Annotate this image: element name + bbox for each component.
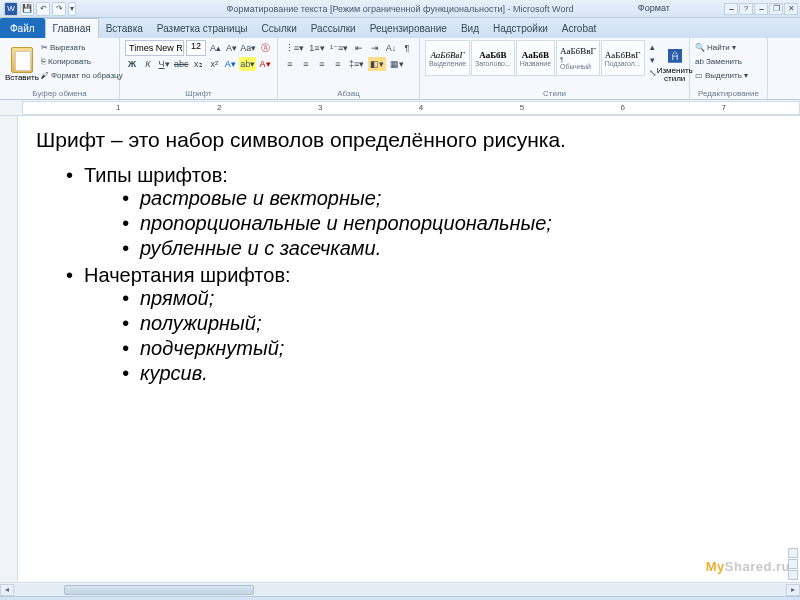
list-item: курсив. — [122, 362, 782, 385]
find-button[interactable]: 🔍Найти▾ — [695, 40, 762, 54]
save-button[interactable]: 💾 — [20, 2, 34, 16]
style-subtitle[interactable]: АаБбВвГПодзагол... — [601, 40, 645, 76]
restore-button[interactable]: ❐ — [769, 3, 783, 15]
window-buttons: ‒ ? ‒ ❐ ✕ — [724, 3, 800, 15]
ribbon: Вставить ✂Вырезать ⎘Копировать 🖌Формат п… — [0, 38, 800, 100]
select-button[interactable]: ▭Выделить▾ — [695, 68, 762, 82]
subscript-button[interactable]: x₂ — [191, 57, 205, 71]
scroll-left-button[interactable]: ◂ — [0, 584, 14, 596]
style-heading[interactable]: АаБбВЗаголово... — [471, 40, 515, 76]
change-case-button[interactable]: Aa▾ — [240, 41, 256, 55]
group-styles-label: Стили — [420, 89, 689, 98]
group-styles: АаБбВвГВыделение АаБбВЗаголово... АаБбВН… — [420, 38, 690, 99]
align-center-button[interactable]: ≡ — [299, 57, 313, 71]
tab-file[interactable]: Файл — [0, 18, 45, 38]
numbering-button[interactable]: 1≡▾ — [308, 41, 327, 55]
redo-button[interactable]: ↷ — [52, 2, 66, 16]
help-button[interactable]: ? — [739, 3, 753, 15]
tab-mailings[interactable]: Рассылки — [304, 18, 363, 38]
font-name-combo[interactable]: Times New Ro — [125, 40, 184, 56]
style-normal[interactable]: АаБбВвГ¶ Обычный — [556, 40, 600, 76]
group-font-label: Шрифт — [120, 89, 277, 98]
style-emphasis[interactable]: АаБбВвГВыделение — [425, 40, 470, 76]
replace-button[interactable]: abЗаменить — [695, 54, 762, 68]
decrease-indent-button[interactable]: ⇤ — [352, 41, 366, 55]
font-size-combo[interactable]: 12 — [186, 40, 207, 56]
group-editing: 🔍Найти▾ abЗаменить ▭Выделить▾ Редактиров… — [690, 38, 768, 99]
tab-format-context[interactable]: Формат — [628, 0, 680, 18]
document-area: Шрифт – это набор символов определённого… — [0, 116, 800, 582]
scissors-icon: ✂ — [41, 43, 48, 52]
tab-insert[interactable]: Вставка — [99, 18, 150, 38]
sort-button[interactable]: A↓ — [384, 41, 398, 55]
paste-button[interactable]: Вставить — [5, 40, 39, 88]
list-item: пропорциональные и непропорциональные; — [122, 212, 782, 235]
text-effects-button[interactable]: A▾ — [223, 57, 237, 71]
tab-review[interactable]: Рецензирование — [363, 18, 454, 38]
tab-home[interactable]: Главная — [45, 18, 99, 38]
close-button[interactable]: ✕ — [784, 3, 798, 15]
scroll-track[interactable] — [14, 584, 786, 596]
font-color-button[interactable]: A▾ — [258, 57, 272, 71]
undo-button[interactable]: ↶ — [36, 2, 50, 16]
justify-button[interactable]: ≡ — [331, 57, 345, 71]
word-icon: W — [4, 2, 18, 16]
list-item: рубленные и с засечками. — [122, 237, 782, 260]
minimize-ribbon-button[interactable]: ‒ — [724, 3, 738, 15]
tab-view[interactable]: Вид — [454, 18, 486, 38]
shrink-font-button[interactable]: A▾ — [224, 41, 238, 55]
copy-button[interactable]: ⎘Копировать — [41, 54, 123, 68]
clear-formatting-button[interactable]: Ⓐ — [258, 41, 272, 55]
superscript-button[interactable]: x² — [207, 57, 221, 71]
tab-references[interactable]: Ссылки — [255, 18, 304, 38]
line-spacing-button[interactable]: ‡≡▾ — [347, 57, 366, 71]
scroll-thumb[interactable] — [64, 585, 254, 595]
strikethrough-button[interactable]: abc — [173, 57, 189, 71]
find-icon: 🔍 — [695, 43, 705, 52]
grow-font-button[interactable]: A▴ — [208, 41, 222, 55]
scroll-right-button[interactable]: ▸ — [786, 584, 800, 596]
multilevel-button[interactable]: ¹⁻≡▾ — [328, 41, 350, 55]
format-painter-button[interactable]: 🖌Формат по образцу — [41, 68, 123, 82]
watermark: MyShared.ru — [706, 559, 790, 574]
bold-button[interactable]: Ж — [125, 57, 139, 71]
group-clipboard: Вставить ✂Вырезать ⎘Копировать 🖌Формат п… — [0, 38, 120, 99]
replace-icon: ab — [695, 57, 704, 66]
list-item: Начертания шрифтов: прямой; полужирный; … — [66, 264, 782, 385]
document-page[interactable]: Шрифт – это набор символов определённого… — [18, 116, 800, 582]
window-title: Форматирование текста [Режим ограниченно… — [227, 4, 574, 14]
underline-button[interactable]: Ч▾ — [157, 57, 171, 71]
vertical-ruler[interactable] — [0, 116, 18, 582]
status-bar: Страница: 2 из 4 Число слов: 748 русский… — [0, 596, 800, 600]
change-styles-icon: 🅰 — [665, 46, 685, 66]
minimize-button[interactable]: ‒ — [754, 3, 768, 15]
contextual-tab-group: Работа с рисунками Формат — [608, 0, 700, 20]
highlight-button[interactable]: ab▾ — [239, 57, 256, 71]
increase-indent-button[interactable]: ⇥ — [368, 41, 382, 55]
qat-more-button[interactable]: ▾ — [68, 2, 76, 16]
tab-addins[interactable]: Надстройки — [486, 18, 555, 38]
align-right-button[interactable]: ≡ — [315, 57, 329, 71]
align-left-button[interactable]: ≡ — [283, 57, 297, 71]
group-font: Times New Ro 12 A▴ A▾ Aa▾ Ⓐ Ж К Ч▾ abc x… — [120, 38, 278, 99]
list-item: прямой; — [122, 287, 782, 310]
change-styles-button[interactable]: 🅰 Изменить стили — [657, 40, 693, 88]
brush-icon: 🖌 — [41, 71, 49, 80]
shading-button[interactable]: ◧▾ — [368, 57, 386, 71]
cut-button[interactable]: ✂Вырезать — [41, 40, 123, 54]
bullets-button[interactable]: ⋮≡▾ — [283, 41, 306, 55]
paste-label: Вставить — [5, 73, 39, 82]
horizontal-scrollbar[interactable]: ◂ ▸ — [0, 582, 800, 596]
show-marks-button[interactable]: ¶ — [400, 41, 414, 55]
style-title[interactable]: АаБбВНазвание — [516, 40, 555, 76]
group-clipboard-label: Буфер обмена — [0, 89, 119, 98]
horizontal-ruler[interactable]: 1 2 3 4 5 6 7 — [0, 100, 800, 116]
list-item: полужирный; — [122, 312, 782, 335]
tab-page-layout[interactable]: Разметка страницы — [150, 18, 255, 38]
view-print-layout[interactable] — [788, 548, 798, 558]
list-item: Типы шрифтов: растровые и векторные; про… — [66, 164, 782, 260]
italic-button[interactable]: К — [141, 57, 155, 71]
tab-acrobat[interactable]: Acrobat — [555, 18, 603, 38]
borders-button[interactable]: ▦▾ — [388, 57, 406, 71]
title-bar: W 💾 ↶ ↷ ▾ Форматирование текста [Режим о… — [0, 0, 800, 18]
